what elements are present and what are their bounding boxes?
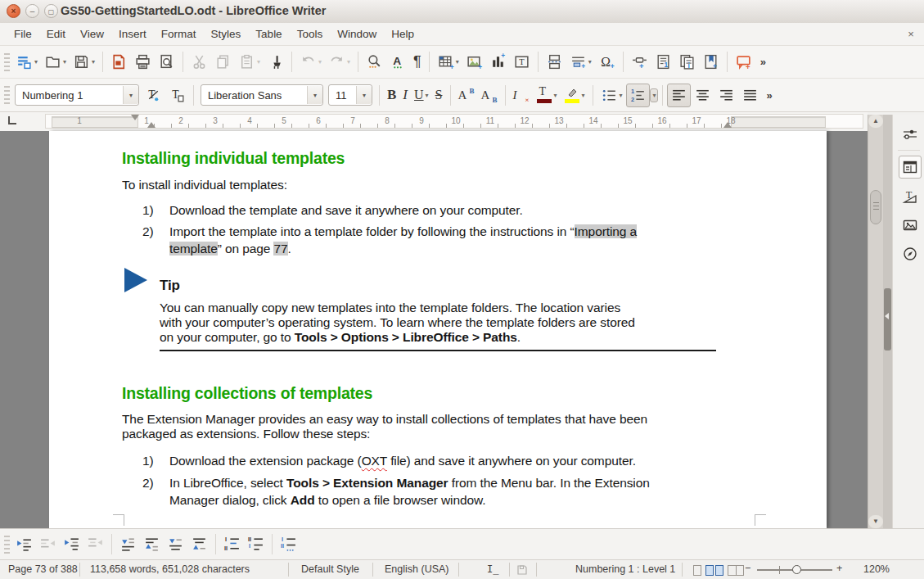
cross-reference-button[interactable]: + — [628, 50, 651, 74]
document-page[interactable]: Installing individual templates To insta… — [49, 131, 827, 528]
demote-with-subpoints-button[interactable] — [60, 532, 83, 556]
numbered-list-button[interactable]: 1 2 — [626, 84, 650, 107]
scroll-down-arrow[interactable]: ▼ — [868, 515, 883, 528]
print-preview-button[interactable] — [155, 50, 178, 74]
outline-level-indicator[interactable]: Numbering 1 : Level 1 — [575, 563, 675, 575]
add-to-list-button[interactable]: I II — [277, 532, 300, 556]
insert-textbox-button[interactable]: T — [510, 50, 534, 74]
font-size-combobox[interactable]: 11 ▾ — [328, 84, 372, 106]
sidebar-properties-button[interactable] — [899, 156, 922, 179]
strikethrough-button[interactable]: S — [432, 84, 446, 106]
clone-formatting-button[interactable] — [264, 50, 287, 74]
underline-button[interactable]: U▾ — [411, 84, 432, 106]
sidebar-settings-button[interactable] — [899, 123, 922, 146]
chevron-down-icon[interactable]: ▾ — [123, 86, 138, 104]
new-style-button[interactable]: T — [165, 84, 189, 107]
close-document-button[interactable]: × — [904, 28, 917, 41]
insert-unnumbered-entry-button[interactable]: I II — [220, 532, 244, 556]
insert-image-button[interactable]: + — [462, 50, 486, 74]
export-pdf-button[interactable] — [107, 50, 131, 74]
document-modified-icon[interactable] — [516, 564, 528, 576]
bold-button[interactable]: B — [384, 84, 399, 106]
open-button[interactable]: ▾ — [41, 50, 70, 74]
window-close-button[interactable]: × — [7, 4, 20, 18]
font-color-button[interactable]: T ▾ — [533, 84, 561, 107]
menu-view[interactable]: View — [73, 25, 111, 43]
subscript-button[interactable]: AB — [478, 85, 501, 106]
font-name-combobox[interactable]: Liberation Sans ▾ — [201, 84, 323, 106]
page-count[interactable]: Page 73 of 388 — [8, 563, 78, 575]
numbered-list-dropdown[interactable]: ▾ — [650, 88, 658, 102]
menu-tools[interactable]: Tools — [290, 25, 331, 43]
page-style[interactable]: Default Style — [301, 563, 359, 575]
highlight-color-button[interactable]: ▾ — [561, 84, 588, 107]
menu-window[interactable]: Window — [330, 25, 384, 43]
menu-table[interactable]: Table — [248, 25, 289, 43]
menu-insert[interactable]: Insert — [111, 25, 154, 43]
spelling-button[interactable]: A — [386, 50, 410, 74]
new-document-button[interactable]: ▾ — [12, 50, 41, 74]
chevron-down-icon[interactable]: ▾ — [307, 86, 322, 104]
menu-help[interactable]: Help — [384, 25, 421, 43]
move-up-with-subpoints-button[interactable] — [187, 532, 211, 556]
menu-styles[interactable]: Styles — [204, 25, 249, 43]
superscript-button[interactable]: AB — [455, 85, 478, 106]
bookmark-button[interactable]: + — [699, 50, 723, 74]
footnote-button[interactable]: 1 — [651, 50, 675, 74]
sidebar-gallery-button[interactable] — [899, 214, 922, 237]
toolbar-grip[interactable] — [4, 53, 10, 71]
endnote-button[interactable]: i — [675, 50, 699, 74]
menu-edit[interactable]: Edit — [39, 25, 73, 43]
zoom-level[interactable]: 120% — [863, 563, 890, 575]
insert-field-button[interactable]: + ▾ — [566, 50, 595, 74]
menu-file[interactable]: File — [7, 25, 39, 43]
sidebar-navigator-button[interactable] — [899, 242, 922, 265]
demote-outline-level-button[interactable] — [12, 532, 36, 556]
scrollbar-thumb[interactable] — [870, 190, 881, 224]
first-line-indent-marker[interactable] — [131, 115, 139, 120]
zoom-in-button[interactable]: + — [836, 563, 842, 574]
move-down-button[interactable] — [116, 532, 140, 556]
vertical-scrollbar[interactable]: ▲ ▼ — [868, 115, 883, 528]
toolbar-overflow-button[interactable]: » — [760, 56, 765, 68]
move-up-button[interactable] — [140, 532, 164, 556]
comment-button[interactable]: + — [732, 50, 755, 74]
book-view-button[interactable] — [728, 564, 746, 576]
align-center-button[interactable] — [691, 84, 714, 107]
toolbar-overflow-button[interactable]: » — [767, 89, 772, 102]
menu-format[interactable]: Format — [154, 25, 204, 43]
italic-button[interactable]: I — [399, 84, 411, 106]
zoom-out-button[interactable]: − — [745, 563, 750, 574]
right-indent-marker[interactable] — [723, 122, 732, 128]
formatting-marks-button[interactable]: ¶ — [410, 50, 425, 74]
toolbar-grip[interactable] — [4, 536, 10, 554]
word-count[interactable]: 113,658 words, 651,028 characters — [90, 563, 250, 575]
save-button[interactable]: ▾ — [70, 50, 98, 74]
zoom-slider-knob[interactable] — [792, 565, 801, 574]
window-minimize-button[interactable]: – — [25, 4, 39, 18]
window-maximize-button[interactable]: ▢ — [44, 4, 58, 18]
justify-button[interactable] — [738, 84, 762, 107]
chevron-down-icon[interactable]: ▾ — [356, 86, 372, 104]
find-replace-button[interactable] — [363, 50, 386, 74]
special-character-button[interactable]: Ω + — [595, 50, 619, 74]
text-language[interactable]: English (USA) — [385, 563, 449, 575]
align-right-button[interactable] — [714, 84, 738, 107]
insert-table-button[interactable]: + ▾ — [434, 50, 462, 74]
print-button[interactable] — [131, 50, 155, 74]
multi-page-view-button[interactable] — [705, 564, 725, 576]
insert-chart-button[interactable]: + — [486, 50, 510, 74]
sidebar-styles-button[interactable]: T — [899, 185, 922, 208]
page-number-field[interactable]: 77 — [273, 242, 287, 256]
cross-reference-field[interactable]: template — [169, 242, 218, 256]
update-style-button[interactable]: T — [142, 84, 165, 107]
page-break-button[interactable] — [543, 50, 566, 74]
sidebar-splitter[interactable] — [883, 115, 892, 528]
clear-formatting-button[interactable]: I× — [510, 85, 533, 106]
align-left-button[interactable] — [667, 84, 691, 107]
sidebar-hide-handle[interactable] — [884, 288, 891, 351]
cross-reference-field[interactable]: Importing a — [575, 224, 637, 238]
document-canvas[interactable]: Installing individual templates To insta… — [0, 131, 868, 528]
move-down-with-subpoints-button[interactable] — [164, 532, 187, 556]
insert-mode-indicator[interactable]: I_ — [487, 563, 498, 575]
